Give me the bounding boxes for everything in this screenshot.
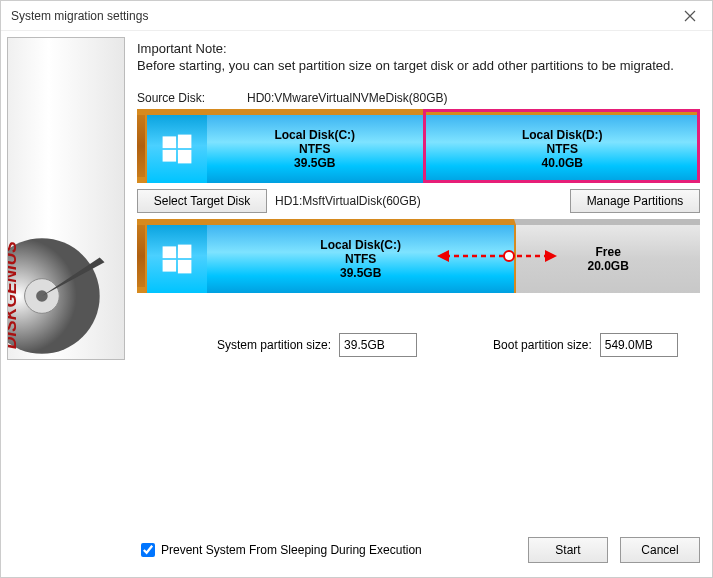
system-partition-size-input[interactable] xyxy=(339,333,417,357)
note-title: Important Note: xyxy=(137,41,700,56)
svg-rect-8 xyxy=(163,246,177,258)
close-button[interactable] xyxy=(667,1,712,31)
boot-partition-size-input[interactable] xyxy=(600,333,678,357)
partition-fs: NTFS xyxy=(345,252,376,266)
partition-fs: NTFS xyxy=(299,142,330,156)
reserved-partition[interactable] xyxy=(137,219,145,293)
boot-partition-size-label: Boot partition size: xyxy=(493,338,592,352)
partition-name: Free xyxy=(595,245,620,259)
sidebar: DISKGENIUS xyxy=(1,31,131,577)
manage-partitions-button[interactable]: Manage Partitions xyxy=(570,189,700,213)
partition-name: Local Disk(C:) xyxy=(274,128,355,142)
prevent-sleep-input[interactable] xyxy=(141,543,155,557)
svg-rect-10 xyxy=(163,260,177,272)
svg-rect-4 xyxy=(163,136,177,148)
target-disk-value: HD1:MsftVirtualDisk(60GB) xyxy=(275,194,421,208)
start-button[interactable]: Start xyxy=(528,537,608,563)
select-target-disk-button[interactable]: Select Target Disk xyxy=(137,189,267,213)
target-disk-bar: Local Disk(C:) NTFS 39.5GB Free 20.0GB xyxy=(137,219,700,293)
main-panel: Important Note: Before starting, you can… xyxy=(131,31,712,577)
svg-rect-9 xyxy=(178,245,192,259)
windows-icon xyxy=(147,225,207,293)
source-disk-value: HD0:VMwareVirtualNVMeDisk(80GB) xyxy=(247,91,448,105)
window-title: System migration settings xyxy=(11,9,148,23)
svg-rect-7 xyxy=(178,150,192,164)
svg-rect-5 xyxy=(178,135,192,149)
system-partition-size-label: System partition size: xyxy=(217,338,331,352)
cancel-button[interactable]: Cancel xyxy=(620,537,700,563)
diskgenius-logo-panel: DISKGENIUS xyxy=(7,37,125,360)
partition-fs: NTFS xyxy=(547,142,578,156)
note-text: Before starting, you can set partition s… xyxy=(137,58,700,73)
close-icon xyxy=(684,10,696,22)
partition-name: Local Disk(D:) xyxy=(522,128,603,142)
prevent-sleep-checkbox[interactable]: Prevent System From Sleeping During Exec… xyxy=(141,543,422,557)
svg-rect-11 xyxy=(178,260,192,274)
partition-size: 39.5GB xyxy=(294,156,335,170)
svg-rect-6 xyxy=(163,150,177,162)
source-disk-label: Source Disk: xyxy=(137,91,247,105)
titlebar: System migration settings xyxy=(1,1,712,31)
svg-point-2 xyxy=(36,291,48,303)
source-disk-bar: Local Disk(C:) NTFS 39.5GB Local Disk(D:… xyxy=(137,109,700,183)
partition-size: 39.5GB xyxy=(340,266,381,280)
source-partition-d[interactable]: Local Disk(D:) NTFS 40.0GB xyxy=(423,109,701,183)
source-partition-c[interactable]: Local Disk(C:) NTFS 39.5GB xyxy=(145,109,423,183)
prevent-sleep-label: Prevent System From Sleeping During Exec… xyxy=(161,543,422,557)
partition-name: Local Disk(C:) xyxy=(320,238,401,252)
target-partition-free[interactable]: Free 20.0GB xyxy=(514,219,700,293)
target-partition-c[interactable]: Local Disk(C:) NTFS 39.5GB xyxy=(145,219,514,293)
partition-size: 20.0GB xyxy=(587,259,628,273)
windows-icon xyxy=(147,115,207,183)
reserved-partition[interactable] xyxy=(137,109,145,183)
partition-size: 40.0GB xyxy=(542,156,583,170)
svg-text:DISKGENIUS: DISKGENIUS xyxy=(8,241,20,349)
